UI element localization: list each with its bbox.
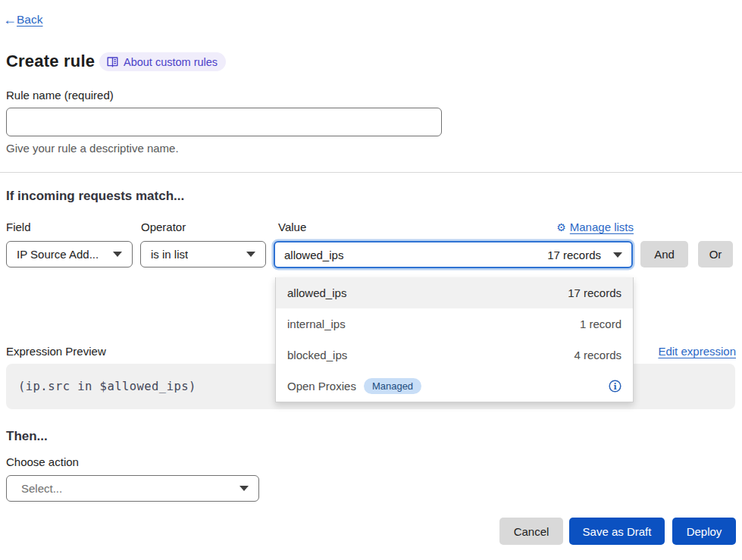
back-arrow-icon: ← (3, 13, 17, 27)
list-item-meta: 17 records (568, 286, 621, 299)
value-dropdown-panel: allowed_ips 17 records internal_ips 1 re… (275, 277, 634, 402)
operator-select-value: is in list (151, 248, 188, 261)
chevron-down-icon (246, 252, 255, 257)
rule-name-input[interactable] (6, 108, 442, 136)
edit-expression-link[interactable]: Edit expression (658, 345, 736, 358)
then-section-heading: Then... (6, 429, 48, 444)
about-badge-label: About custom rules (124, 56, 218, 68)
chevron-down-icon (613, 252, 622, 258)
value-label: Value (278, 221, 306, 233)
page-title: Create rule (6, 52, 95, 71)
action-select[interactable]: Select... (6, 475, 259, 502)
dropdown-item-allowed-ips[interactable]: allowed_ips 17 records (276, 277, 633, 308)
value-select[interactable]: allowed_ips 17 records (274, 241, 633, 268)
info-icon[interactable]: i (609, 380, 621, 393)
save-as-draft-button[interactable]: Save as Draft (569, 518, 665, 545)
value-select-value: allowed_ips (284, 249, 343, 261)
manage-lists-label: Manage lists (570, 221, 634, 233)
field-select[interactable]: IP Source Add... (6, 241, 133, 267)
svg-text:i: i (613, 382, 616, 392)
and-button[interactable]: And (640, 241, 688, 267)
list-item-meta: 4 records (574, 349, 621, 361)
expression-code: (ip.src in $allowed_ips) (6, 380, 196, 393)
chevron-down-icon (240, 486, 249, 491)
deploy-button[interactable]: Deploy (672, 518, 736, 545)
or-button[interactable]: Or (698, 241, 733, 267)
back-link[interactable]: ←Back (3, 13, 42, 27)
action-select-placeholder: Select... (17, 482, 62, 495)
dropdown-item-blocked-ips[interactable]: blocked_ips 4 records (276, 339, 633, 371)
operator-label: Operator (141, 221, 186, 233)
choose-action-label: Choose action (6, 455, 79, 468)
list-item-name: Open Proxies (287, 380, 356, 393)
match-section-heading: If incoming requests match... (6, 189, 184, 204)
cancel-button[interactable]: Cancel (499, 518, 563, 545)
value-select-meta: 17 records (547, 249, 613, 261)
list-item-name: internal_ips (287, 318, 346, 330)
operator-select[interactable]: is in list (140, 241, 266, 267)
rule-name-label: Rule name (required) (6, 89, 114, 102)
list-item-name: blocked_ips (287, 349, 347, 361)
about-custom-rules-badge[interactable]: About custom rules (99, 52, 226, 71)
dropdown-item-internal-ips[interactable]: internal_ips 1 record (276, 308, 633, 339)
section-divider (0, 172, 742, 173)
manage-lists-link[interactable]: ⚙ Manage lists (556, 221, 634, 233)
chevron-down-icon (113, 252, 122, 257)
dropdown-item-open-proxies[interactable]: Open Proxies Managed i (276, 371, 633, 402)
book-icon (107, 57, 118, 67)
field-label: Field (6, 221, 31, 233)
managed-badge: Managed (364, 378, 421, 394)
field-select-value: IP Source Add... (17, 248, 99, 261)
expression-preview-label: Expression Preview (6, 345, 106, 358)
back-link-label: Back (17, 13, 42, 27)
list-item-meta: 1 record (580, 318, 621, 330)
rule-name-helper: Give your rule a descriptive name. (6, 142, 179, 155)
list-item-name: allowed_ips (287, 286, 346, 299)
gear-icon: ⚙ (556, 221, 566, 233)
